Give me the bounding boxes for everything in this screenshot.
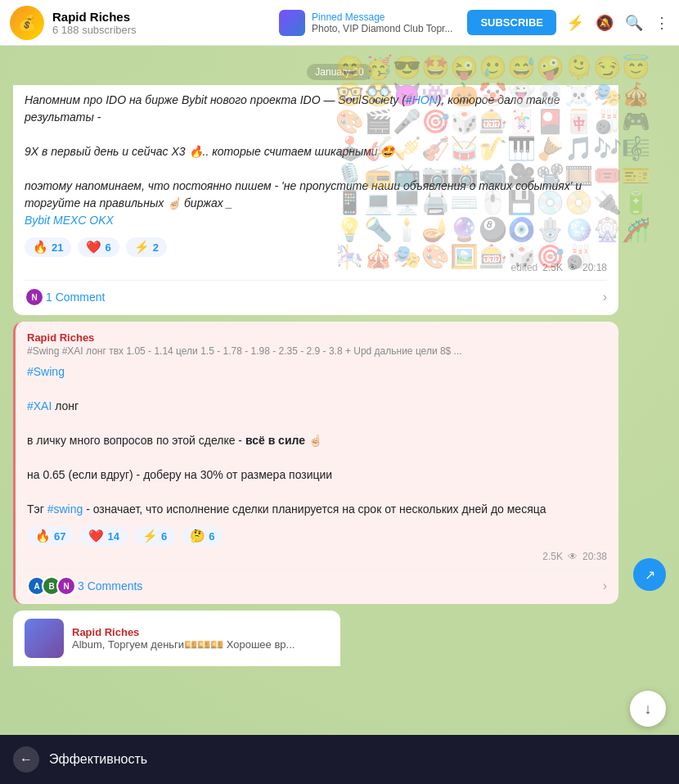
comment-avatar-2c: N xyxy=(56,576,76,596)
view-count-1: 2.5K xyxy=(542,262,563,273)
bolt-emoji-1: ⚡ xyxy=(134,240,150,255)
bolt-count-1: 2 xyxy=(153,241,159,254)
eye-icon-2: 👁 xyxy=(568,551,578,562)
header-actions: ⚡ 🔕 🔍 ⋮ xyxy=(566,14,669,32)
time-2: 20:38 xyxy=(582,551,607,562)
fire-emoji-1: 🔥 xyxy=(33,240,48,255)
heart-emoji-2: ❤️ xyxy=(88,529,104,543)
comment-avatar-1: N xyxy=(25,287,44,307)
view-count-2: 2.5K xyxy=(542,551,563,562)
album-card[interactable]: Rapid Riches Album, Торгуем деньги💴💴💴 Хо… xyxy=(13,611,340,666)
comment-avatars-1: N xyxy=(25,287,39,307)
fire-emoji-2: 🔥 xyxy=(35,529,51,543)
message-2-preview: #Swing #XAI лонг твх 1.05 - 1.14 цели 1.… xyxy=(27,345,607,357)
fire-count-2: 67 xyxy=(54,530,65,543)
share-button[interactable]: ↗ xyxy=(633,558,666,591)
edited-label: edited xyxy=(511,262,538,273)
time-1: 20:18 xyxy=(582,262,607,273)
message-2-sender: Rapid Riches xyxy=(27,331,607,344)
comment-avatars-2: A B N xyxy=(27,576,71,596)
message-1-meta: edited 2.5K 👁 20:18 xyxy=(25,262,607,273)
comments-row-1[interactable]: N 1 Comment › xyxy=(25,280,607,307)
album-text: Album, Торгуем деньги💴💴💴 Хорошее вр... xyxy=(72,638,329,651)
efficiency-label: Эффективность xyxy=(49,752,147,767)
back-icon: ← xyxy=(20,752,33,767)
hashtag-swing-2: #swing xyxy=(47,502,83,516)
bolt-emoji-2: ⚡ xyxy=(142,529,158,543)
channel-info: Rapid Riches 6 188 subscribers xyxy=(52,10,271,36)
bybit-link[interactable]: Bybit MEXC OKX xyxy=(25,214,114,227)
message-2-text: #Swing #XAI лонг в личку много вопросов … xyxy=(27,363,607,518)
date-label: January 20 xyxy=(307,64,371,80)
reactions-row-2: 🔥 67 ❤️ 14 ⚡ 6 🤔 6 xyxy=(27,526,607,546)
eye-icon-1: 👁 xyxy=(568,262,578,273)
reaction-fire-2[interactable]: 🔥 67 xyxy=(27,526,74,546)
search-icon[interactable]: 🔍 xyxy=(625,14,643,32)
hashtag-swing: #Swing xyxy=(27,365,65,378)
bold-text: всё в силе xyxy=(245,434,305,447)
message-card-2: Rapid Riches #Swing #XAI лонг твх 1.05 -… xyxy=(13,322,618,604)
hashtag-xai: #XAI xyxy=(27,399,52,412)
channel-name: Rapid Riches xyxy=(52,10,271,24)
comments-row-2[interactable]: A B N 3 Comments › xyxy=(27,569,607,596)
mute-icon[interactable]: 🔕 xyxy=(596,14,614,32)
chevron-right-icon-1: › xyxy=(603,290,607,304)
reaction-heart-1[interactable]: ❤️ 6 xyxy=(78,237,119,257)
album-sender: Rapid Riches xyxy=(72,626,329,638)
message-card-1: Напомним про IDO на бирже Bybit нового п… xyxy=(13,85,618,315)
pinned-preview: Photo, VIP Diamond Club Topr... xyxy=(312,23,452,34)
channel-avatar: 💰 xyxy=(10,6,44,40)
message-card-2-wrapper: Rapid Riches #Swing #XAI лонг твх 1.05 -… xyxy=(0,322,679,604)
channel-header: 💰 Rapid Riches 6 188 subscribers Pinned … xyxy=(0,0,679,46)
heart-emoji-1: ❤️ xyxy=(86,240,101,255)
reaction-bolt-1[interactable]: ⚡ 2 xyxy=(126,237,167,257)
pinned-message-preview[interactable]: Pinned Message Photo, VIP Diamond Club T… xyxy=(279,10,452,36)
heart-count-2: 14 xyxy=(107,530,119,543)
fire-count-1: 21 xyxy=(52,241,63,254)
reaction-think-2[interactable]: 🤔 6 xyxy=(182,526,223,546)
subscribe-button[interactable]: SUBSCRIBE xyxy=(467,10,556,35)
efficiency-bar: ← Эффективность xyxy=(0,735,679,784)
boost-icon[interactable]: ⚡ xyxy=(566,14,584,32)
back-button[interactable]: ← xyxy=(13,746,39,773)
more-icon[interactable]: ⋮ xyxy=(654,14,669,32)
reactions-row-1: 🔥 21 ❤️ 6 ⚡ 2 xyxy=(25,237,607,257)
main-content: January 20 Напомним про IDO на бирже Byb… xyxy=(0,0,679,784)
reaction-heart-2[interactable]: ❤️ 14 xyxy=(80,526,127,546)
scroll-down-icon: ↓ xyxy=(645,701,652,718)
comment-count-2: 3 Comments xyxy=(78,579,603,593)
message-2-meta: 2.5K 👁 20:38 xyxy=(27,551,607,562)
heart-count-1: 6 xyxy=(105,241,110,254)
reaction-bolt-2[interactable]: ⚡ 6 xyxy=(134,526,175,546)
reaction-fire-1[interactable]: 🔥 21 xyxy=(25,237,71,257)
scroll-down-button[interactable]: ↓ xyxy=(630,691,666,727)
comment-count-1: 1 Comment xyxy=(46,291,603,304)
pinned-label: Pinned Message xyxy=(312,11,452,23)
think-count-2: 6 xyxy=(209,530,214,543)
pinned-thumbnail xyxy=(279,10,305,36)
share-icon: ↗ xyxy=(645,567,655,583)
date-separator: January 20 xyxy=(0,64,679,79)
chevron-right-icon-2: › xyxy=(603,579,607,593)
think-emoji-2: 🤔 xyxy=(190,529,205,543)
album-info: Rapid Riches Album, Торгуем деньги💴💴💴 Хо… xyxy=(72,626,329,651)
pinned-text-block: Pinned Message Photo, VIP Diamond Club T… xyxy=(312,11,452,34)
message-1-text: Напомним про IDO на бирже Bybit нового п… xyxy=(25,92,607,229)
bolt-count-2: 6 xyxy=(161,530,167,543)
subscriber-count: 6 188 subscribers xyxy=(52,24,271,36)
album-thumbnail xyxy=(25,619,64,658)
